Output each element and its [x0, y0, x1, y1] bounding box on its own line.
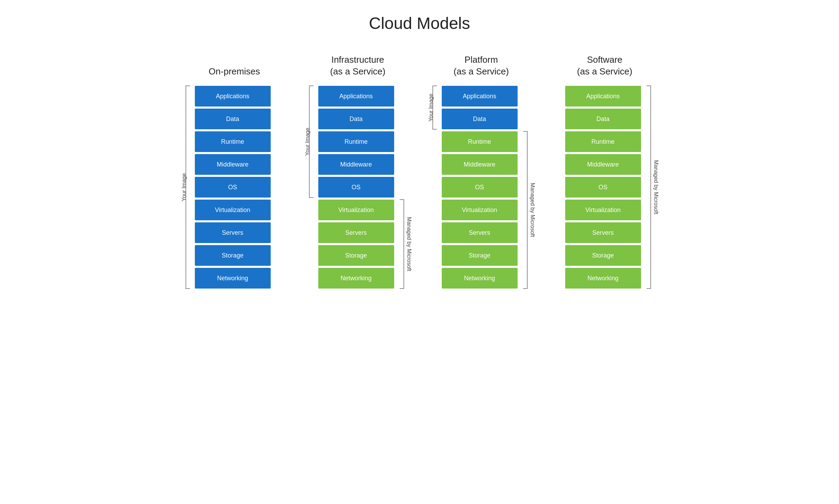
tile-paas-networking: Networking — [442, 268, 518, 289]
left-bracket-iaas: Your Image — [303, 86, 317, 289]
svg-text:Managed by Microsoft: Managed by Microsoft — [653, 160, 659, 214]
tile-saas-virtualization: Virtualization — [565, 200, 641, 220]
tile-paas-os: OS — [442, 177, 518, 198]
svg-text:Your Image: Your Image — [304, 128, 310, 155]
tile-paas-runtime: Runtime — [442, 131, 518, 152]
tile-iaas-runtime: Runtime — [318, 131, 394, 152]
model-body-iaas: Your ImageApplicationsDataRuntimeMiddlew… — [303, 86, 413, 289]
model-title-saas: Software (as a Service) — [577, 50, 632, 78]
tile-saas-applications: Applications — [565, 86, 641, 107]
tile-stack-on-premises: ApplicationsDataRuntimeMiddlewareOSVirtu… — [195, 86, 271, 289]
tile-saas-data: Data — [565, 109, 641, 129]
svg-text:Your Image: Your Image — [181, 173, 187, 201]
tile-paas-applications: Applications — [442, 86, 518, 107]
model-title-on-premises: On-premises — [209, 50, 260, 78]
left-bracket-paas: Your Image — [427, 86, 440, 289]
left-bracket-on-premises: Your Image — [180, 86, 193, 289]
tile-saas-os: OS — [565, 177, 641, 198]
tile-iaas-data: Data — [318, 109, 394, 129]
model-col-saas: Software (as a Service)ApplicationsDataR… — [550, 50, 660, 289]
tile-iaas-storage: Storage — [318, 245, 394, 266]
tile-paas-servers: Servers — [442, 222, 518, 243]
tile-on-premises-applications: Applications — [195, 86, 271, 107]
svg-text:Your Image: Your Image — [428, 93, 434, 121]
tile-iaas-middleware: Middleware — [318, 154, 394, 175]
tile-saas-networking: Networking — [565, 268, 641, 289]
model-title-paas: Platform (as a Service) — [453, 50, 509, 78]
tile-paas-storage: Storage — [442, 245, 518, 266]
tile-paas-data: Data — [442, 109, 518, 129]
tile-iaas-virtualization: Virtualization — [318, 200, 394, 220]
tile-saas-runtime: Runtime — [565, 131, 641, 152]
tile-on-premises-middleware: Middleware — [195, 154, 271, 175]
tile-saas-storage: Storage — [565, 245, 641, 266]
svg-text:Managed by Microsoft: Managed by Microsoft — [406, 217, 412, 271]
tile-on-premises-storage: Storage — [195, 245, 271, 266]
tile-on-premises-servers: Servers — [195, 222, 271, 243]
tile-iaas-networking: Networking — [318, 268, 394, 289]
tile-iaas-applications: Applications — [318, 86, 394, 107]
right-bracket-paas: Managed by Microsoft — [519, 86, 536, 289]
tile-paas-virtualization: Virtualization — [442, 200, 518, 220]
right-bracket-iaas: Managed by Microsoft — [396, 86, 413, 289]
model-col-on-premises: On-premisesYour ImageApplicationsDataRun… — [180, 50, 289, 289]
tile-stack-iaas: ApplicationsDataRuntimeMiddlewareOSVirtu… — [318, 86, 394, 289]
tile-on-premises-os: OS — [195, 177, 271, 198]
tile-iaas-servers: Servers — [318, 222, 394, 243]
tile-paas-middleware: Middleware — [442, 154, 518, 175]
tile-saas-servers: Servers — [565, 222, 641, 243]
model-body-on-premises: Your ImageApplicationsDataRuntimeMiddlew… — [180, 86, 289, 289]
tile-on-premises-runtime: Runtime — [195, 131, 271, 152]
right-bracket-saas: Managed by Microsoft — [642, 86, 660, 289]
tile-stack-saas: ApplicationsDataRuntimeMiddlewareOSVirtu… — [565, 86, 641, 289]
tile-on-premises-data: Data — [195, 109, 271, 129]
tile-on-premises-networking: Networking — [195, 268, 271, 289]
model-title-iaas: Infrastructure (as a Service) — [330, 50, 385, 78]
tile-on-premises-virtualization: Virtualization — [195, 200, 271, 220]
model-col-iaas: Infrastructure (as a Service)Your ImageA… — [303, 50, 413, 289]
model-col-paas: Platform (as a Service)Your ImageApplica… — [427, 50, 536, 289]
model-body-paas: Your ImageApplicationsDataRuntimeMiddlew… — [427, 86, 536, 289]
tile-iaas-os: OS — [318, 177, 394, 198]
models-container: On-premisesYour ImageApplicationsDataRun… — [180, 50, 660, 289]
model-body-saas: ApplicationsDataRuntimeMiddlewareOSVirtu… — [550, 86, 660, 289]
page-title: Cloud Models — [369, 14, 470, 33]
tile-stack-paas: ApplicationsDataRuntimeMiddlewareOSVirtu… — [442, 86, 518, 289]
tile-saas-middleware: Middleware — [565, 154, 641, 175]
svg-text:Managed by Microsoft: Managed by Microsoft — [529, 183, 535, 237]
